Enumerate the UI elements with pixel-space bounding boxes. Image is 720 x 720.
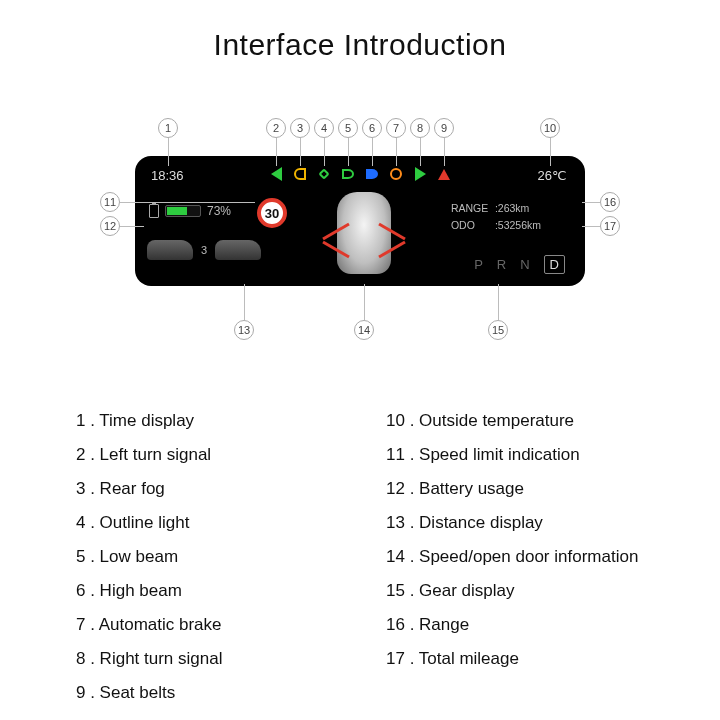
door-open-icon: [322, 223, 349, 241]
callout-3: 3: [290, 118, 310, 138]
outline-light-icon: [315, 166, 333, 182]
lead: [420, 138, 421, 166]
callout-12: 12: [100, 216, 120, 236]
callout-5: 5: [338, 118, 358, 138]
callout-7: 7: [386, 118, 406, 138]
door-open-icon: [378, 223, 405, 241]
legend-item: 3 . Rear fog: [76, 472, 346, 506]
indicator-row: [267, 166, 453, 182]
time-display: 18:36: [151, 168, 184, 183]
rear-fog-icon: [291, 166, 309, 182]
lead: [244, 284, 245, 320]
gear-r: R: [497, 257, 506, 272]
callout-13: 13: [234, 320, 254, 340]
range-odo-block: RANGE:263km ODO:53256km: [451, 200, 541, 234]
lead: [120, 202, 255, 203]
auto-brake-icon: [387, 166, 405, 182]
lead: [396, 138, 397, 166]
callout-4: 4: [314, 118, 334, 138]
lead: [276, 138, 277, 166]
legend-item: 7 . Automatic brake: [76, 608, 346, 642]
door-open-icon: [322, 241, 349, 259]
battery-icon: [149, 204, 159, 218]
legend-right-column: 10 . Outside temperature 11 . Speed limi…: [386, 404, 656, 710]
odo-value: :53256km: [495, 219, 541, 231]
range-label: RANGE: [451, 200, 495, 217]
legend-item: 8 . Right turn signal: [76, 642, 346, 676]
car-silhouette-icon: [215, 240, 261, 260]
distance-display: 3: [147, 240, 261, 260]
callout-9: 9: [434, 118, 454, 138]
range-value: :263km: [495, 202, 529, 214]
seatbelt-icon: [435, 166, 453, 182]
lead: [550, 138, 551, 166]
legend-item: 17 . Total mileage: [386, 642, 656, 676]
callout-14: 14: [354, 320, 374, 340]
battery-percent: 73%: [207, 204, 231, 218]
callout-10: 10: [540, 118, 560, 138]
callout-17: 17: [600, 216, 620, 236]
diagram-area: 1 2 3 4 5 6 7 8 9 10 11 12 16 17 13 14 1…: [0, 62, 720, 342]
legend: 1 . Time display 2 . Left turn signal 3 …: [76, 404, 656, 710]
high-beam-icon: [363, 166, 381, 182]
gear-d-active: D: [544, 255, 565, 274]
legend-item: 10 . Outside temperature: [386, 404, 656, 438]
gear-p: P: [474, 257, 483, 272]
gear-display: P R N D: [474, 255, 565, 274]
speed-limit-sign: 30: [257, 198, 287, 228]
legend-item: 12 . Battery usage: [386, 472, 656, 506]
car-top-view: [337, 192, 391, 274]
legend-item: 13 . Distance display: [386, 506, 656, 540]
callout-11: 11: [100, 192, 120, 212]
legend-item: 4 . Outline light: [76, 506, 346, 540]
callout-15: 15: [488, 320, 508, 340]
legend-item: 6 . High beam: [76, 574, 346, 608]
outside-temperature: 26℃: [538, 168, 567, 183]
lead: [324, 138, 325, 166]
lead: [364, 284, 365, 320]
car-silhouette-icon: [147, 240, 193, 260]
low-beam-icon: [339, 166, 357, 182]
callout-1: 1: [158, 118, 178, 138]
distance-value: 3: [201, 244, 207, 256]
lead: [372, 138, 373, 166]
left-turn-icon: [267, 166, 285, 182]
battery-bar-icon: [165, 205, 201, 217]
callout-8: 8: [410, 118, 430, 138]
odo-label: ODO: [451, 217, 495, 234]
lead: [498, 284, 499, 320]
legend-item: 9 . Seat belts: [76, 676, 346, 710]
lead: [444, 138, 445, 166]
battery-usage: 73%: [149, 204, 231, 218]
right-turn-icon: [411, 166, 429, 182]
legend-item: 15 . Gear display: [386, 574, 656, 608]
lead: [582, 226, 600, 227]
lead: [168, 138, 169, 166]
page-title: Interface Introduction: [0, 0, 720, 62]
lead: [582, 202, 600, 203]
legend-item: 2 . Left turn signal: [76, 438, 346, 472]
dashboard-device: 18:36 26℃ 73% 30 3: [135, 156, 585, 286]
lead: [348, 138, 349, 166]
legend-left-column: 1 . Time display 2 . Left turn signal 3 …: [76, 404, 346, 710]
door-open-icon: [378, 241, 405, 259]
gear-n: N: [520, 257, 529, 272]
callout-6: 6: [362, 118, 382, 138]
callout-16: 16: [600, 192, 620, 212]
lead: [120, 226, 144, 227]
legend-item: 5 . Low beam: [76, 540, 346, 574]
legend-item: 1 . Time display: [76, 404, 346, 438]
legend-item: 14 . Speed/open door information: [386, 540, 656, 574]
legend-item: 16 . Range: [386, 608, 656, 642]
lead: [300, 138, 301, 166]
legend-item: 11 . Speed limit indication: [386, 438, 656, 472]
callout-2: 2: [266, 118, 286, 138]
